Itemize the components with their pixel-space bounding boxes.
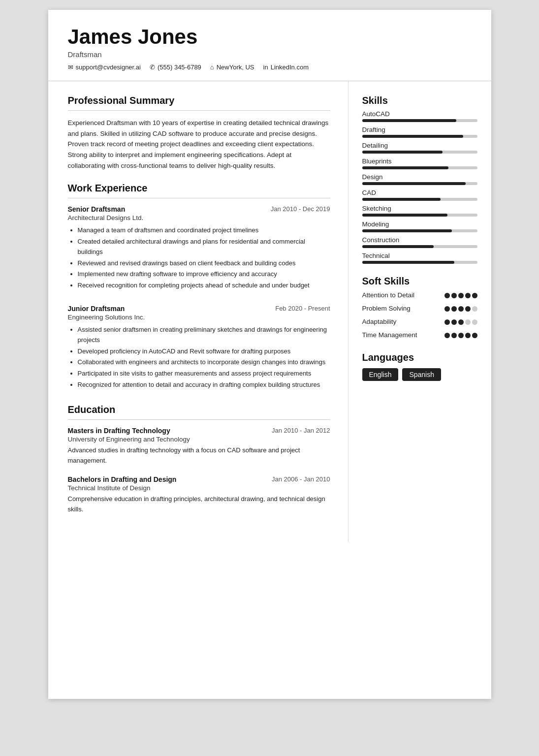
dot-2-2 xyxy=(458,319,464,325)
skill-name-9: Technical xyxy=(362,252,477,259)
dots-0 xyxy=(444,293,477,298)
bullet: Developed proficiency in AutoCAD and Rev… xyxy=(78,346,330,357)
skill-6: Sketching xyxy=(362,205,477,217)
skill-8: Construction xyxy=(362,236,477,248)
skill-name-1: Drafting xyxy=(362,126,477,133)
location-text: NewYork, US xyxy=(217,63,254,71)
job-date-1: Feb 2020 - Present xyxy=(275,305,330,312)
skills-section: Skills AutoCAD Drafting Detailing Bluepr… xyxy=(362,95,477,264)
skill-name-0: AutoCAD xyxy=(362,110,477,118)
bullet: Implemented new drafting software to imp… xyxy=(78,269,330,280)
phone-text: (555) 345-6789 xyxy=(158,63,201,71)
edu-0: Masters in Drafting Technology Jan 2010 … xyxy=(68,427,330,466)
header: James Jones Draftsman ✉support@cvdesigne… xyxy=(48,10,491,81)
dot-1-0 xyxy=(444,306,450,312)
dot-1-4 xyxy=(472,306,477,312)
contact-phone: ✆(555) 345-6789 xyxy=(150,63,201,71)
edu-degree-1: Bachelors in Drafting and Design xyxy=(68,475,177,483)
job-0: Senior Draftsman Jan 2010 - Dec 2019 Arc… xyxy=(68,205,330,291)
contact-linkedin: inLinkedIn.com xyxy=(263,63,309,71)
edu-date-0: Jan 2010 - Jan 2012 xyxy=(272,427,330,434)
skill-bar-bg-3 xyxy=(362,166,477,169)
dots-1 xyxy=(444,306,477,312)
dot-0-2 xyxy=(458,293,464,298)
skill-name-4: Design xyxy=(362,173,477,181)
skill-5: CAD xyxy=(362,189,477,201)
soft-skill-name-2: Adaptability xyxy=(362,317,444,327)
skill-bar-fill-8 xyxy=(362,245,434,248)
work-title: Work Experience xyxy=(68,183,330,194)
skill-name-3: Blueprints xyxy=(362,158,477,165)
edu-header-1: Bachelors in Drafting and Design Jan 200… xyxy=(68,475,330,483)
dot-3-0 xyxy=(444,333,450,338)
skill-bar-bg-2 xyxy=(362,151,477,154)
soft-skill-name-3: Time Management xyxy=(362,331,444,340)
soft-skill-name-0: Attention to Detail xyxy=(362,291,444,300)
education-section: Education Masters in Drafting Technology… xyxy=(68,404,330,515)
edu-1: Bachelors in Drafting and Design Jan 200… xyxy=(68,475,330,515)
skill-bar-bg-6 xyxy=(362,214,477,217)
skill-bar-fill-0 xyxy=(362,119,457,122)
job-bullets-0: Managed a team of draftsmen and coordina… xyxy=(68,225,330,291)
dots-3 xyxy=(444,333,477,338)
soft-skill-0: Attention to Detail xyxy=(362,291,477,300)
dot-0-3 xyxy=(465,293,471,298)
skill-3: Blueprints xyxy=(362,158,477,169)
soft-skill-2: Adaptability xyxy=(362,317,477,327)
bullet: Received recognition for completing proj… xyxy=(78,281,330,291)
job-company-0: Architectural Designs Ltd. xyxy=(68,214,330,221)
edu-desc-1: Comprehensive education in drafting prin… xyxy=(68,494,330,515)
bullet: Managed a team of draftsmen and coordina… xyxy=(78,225,330,236)
skill-7: Modeling xyxy=(362,220,477,232)
skill-bar-fill-5 xyxy=(362,198,441,201)
contact-location: ⌂NewYork, US xyxy=(210,63,254,71)
linkedin-text: LinkedIn.com xyxy=(271,63,309,71)
contact-bar: ✉support@cvdesigner.ai✆(555) 345-6789⌂Ne… xyxy=(68,63,472,71)
summary-divider xyxy=(68,110,330,111)
skill-name-5: CAD xyxy=(362,189,477,196)
dot-2-3 xyxy=(465,319,471,325)
edu-container: Masters in Drafting Technology Jan 2010 … xyxy=(68,427,330,515)
jobs-container: Senior Draftsman Jan 2010 - Dec 2019 Arc… xyxy=(68,205,330,390)
bullet: Assisted senior draftsmen in creating pr… xyxy=(78,325,330,346)
skill-bar-bg-4 xyxy=(362,182,477,185)
job-header-1: Junior Draftsman Feb 2020 - Present xyxy=(68,305,330,313)
edu-header-0: Masters in Drafting Technology Jan 2010 … xyxy=(68,427,330,435)
skill-name-2: Detailing xyxy=(362,142,477,149)
edu-desc-0: Advanced studies in drafting technology … xyxy=(68,445,330,466)
skills-title: Skills xyxy=(362,95,477,106)
soft-skills-title: Soft Skills xyxy=(362,276,477,287)
bullet: Collaborated with engineers and architec… xyxy=(78,357,330,368)
skill-0: AutoCAD xyxy=(362,110,477,122)
job-date-0: Jan 2010 - Dec 2019 xyxy=(271,205,330,213)
dot-0-1 xyxy=(451,293,457,298)
skill-bar-bg-8 xyxy=(362,245,477,248)
skill-bar-fill-9 xyxy=(362,261,454,264)
education-divider xyxy=(68,419,330,420)
skill-name-6: Sketching xyxy=(362,205,477,212)
language-tags: EnglishSpanish xyxy=(362,368,477,381)
skill-2: Detailing xyxy=(362,142,477,154)
job-title-1: Junior Draftsman xyxy=(68,305,125,313)
dot-3-2 xyxy=(458,333,464,338)
soft-skills-section: Soft Skills Attention to Detail Problem … xyxy=(362,276,477,340)
work-divider xyxy=(68,198,330,198)
skill-bar-fill-2 xyxy=(362,151,443,154)
work-experience-section: Work Experience Senior Draftsman Jan 201… xyxy=(68,183,330,390)
dot-1-1 xyxy=(451,306,457,312)
skill-bar-bg-1 xyxy=(362,135,477,138)
contact-email: ✉support@cvdesigner.ai xyxy=(68,63,141,71)
bullet: Created detailed architectural drawings … xyxy=(78,237,330,257)
edu-school-0: University of Engineering and Technology xyxy=(68,436,330,443)
job-header-0: Senior Draftsman Jan 2010 - Dec 2019 xyxy=(68,205,330,213)
job-1: Junior Draftsman Feb 2020 - Present Engi… xyxy=(68,305,330,390)
skill-4: Design xyxy=(362,173,477,185)
email-text: support@cvdesigner.ai xyxy=(76,63,141,71)
soft-skill-1: Problem Solving xyxy=(362,304,477,314)
edu-date-1: Jan 2006 - Jan 2010 xyxy=(272,475,330,483)
skill-1: Drafting xyxy=(362,126,477,138)
side-column: Skills AutoCAD Drafting Detailing Bluepr… xyxy=(349,81,491,399)
skill-bar-bg-0 xyxy=(362,119,477,122)
job-title-0: Senior Draftsman xyxy=(68,205,126,213)
lang-tag-english: English xyxy=(362,368,399,381)
